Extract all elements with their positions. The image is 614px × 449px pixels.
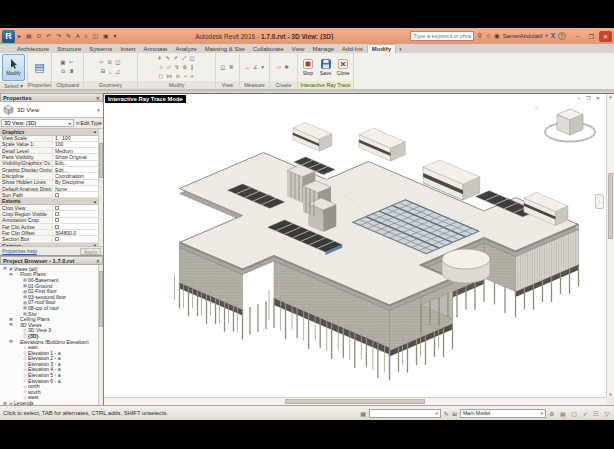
browser-scrollbar[interactable] — [98, 265, 103, 405]
panel-label-modify[interactable]: Modify — [138, 81, 215, 89]
annotation-crop-checkbox[interactable] — [55, 218, 59, 222]
properties-scrollbar[interactable] — [98, 129, 103, 246]
properties-help-link[interactable]: Properties help — [2, 248, 37, 254]
properties-icon[interactable]: ▤ — [34, 61, 44, 73]
prop-value[interactable]: 100 — [53, 142, 98, 147]
modify-tools-icons[interactable]: ✛ ↰ ↱ ⤢ ◰ ⊹ ▱ ↯ ⊗ ∥ ◻ ⋈ ≋ ⌁ ⌖ — [138, 53, 215, 81]
tab-architecture[interactable]: Architecture — [13, 45, 53, 53]
apply-button[interactable]: Apply — [80, 248, 101, 255]
edit-type-button[interactable]: ⊞Edit Type — [76, 120, 102, 126]
panel-label-select[interactable]: Select ▾ — [0, 82, 27, 89]
home-icon[interactable]: ⌂ — [534, 104, 538, 110]
prop-value[interactable]: 304800.0 — [53, 230, 98, 235]
tab-modify[interactable]: Modify — [367, 44, 396, 53]
modify-tool-button[interactable]: Modify — [2, 54, 25, 81]
scrollbar-thumb[interactable] — [285, 399, 426, 404]
panel-label-create[interactable]: Create — [270, 81, 297, 89]
close-ray-trace-button[interactable]: Close — [335, 59, 351, 76]
tab-collaborate[interactable]: Collaborate — [249, 45, 288, 53]
expander-icon[interactable]: ⊟ — [8, 339, 14, 344]
crop-region-visible-checkbox[interactable] — [55, 212, 59, 216]
navigation-bar[interactable]: ◔ — [595, 194, 604, 209]
scroll-up-icon[interactable]: ▲ — [607, 94, 614, 99]
restore-button[interactable]: ❐ — [585, 31, 598, 42]
scrollbar-thumb[interactable] — [608, 173, 613, 240]
panel-label-measure[interactable]: Measure — [240, 81, 269, 89]
scrollbar-thumb[interactable] — [99, 143, 103, 178]
view-window-controls[interactable]: – ❐ ✕ — [578, 95, 602, 101]
create-tools-icons[interactable]: ▱ ✚ — [277, 64, 290, 71]
selector-dropdown-icon[interactable]: ▾ — [69, 121, 71, 126]
prop-value-button[interactable]: Edit... — [53, 161, 98, 166]
prop-value[interactable]: Coordination — [53, 173, 98, 178]
minimize-button[interactable]: – — [571, 31, 584, 42]
sun-path-checkbox[interactable] — [55, 193, 59, 197]
user-dropdown-icon[interactable]: ▾ — [545, 31, 547, 41]
prop-value[interactable]: By Discipline — [53, 180, 98, 185]
drawing-area[interactable]: Interactive Ray Trace Mode – ❐ ✕ ⌂ — [104, 93, 614, 405]
tab-add-ins[interactable]: Add-Ins — [338, 45, 367, 53]
tree-item-legends[interactable]: ⊞▤Legends — [0, 400, 98, 405]
help-icon[interactable]: ? — [558, 32, 566, 40]
user-icon[interactable]: ◉ — [494, 31, 500, 41]
expander-icon[interactable]: ⊞ — [8, 317, 14, 322]
vertical-scrollbar[interactable]: ▲ ▼ — [606, 94, 614, 397]
horizontal-scrollbar[interactable] — [104, 397, 606, 405]
section-box-checkbox[interactable] — [55, 237, 59, 241]
tab-insert[interactable]: Insert — [116, 45, 139, 53]
worksets-icon[interactable]: ▦ — [360, 410, 366, 417]
panel-label-properties[interactable]: Properties — [28, 81, 51, 89]
expander-icon[interactable]: ⊟ — [8, 272, 14, 277]
exchange-apps-icon[interactable]: X — [551, 31, 555, 41]
geometry-tools-icons[interactable]: ✂ ⧉ ◫ ⊟ ⌞ ◿ — [84, 53, 137, 81]
expander-icon[interactable]: ⊟ — [8, 322, 14, 327]
search-icon[interactable]: ⚲ — [477, 31, 482, 41]
3d-building-model[interactable] — [104, 94, 614, 405]
scrollbar-thumb[interactable] — [99, 271, 103, 327]
prop-value[interactable]: Show Original — [53, 154, 98, 159]
tab-systems[interactable]: Systems — [85, 45, 116, 53]
prop-value[interactable]: 1 : 100 — [53, 136, 98, 141]
far-clip-active-checkbox[interactable] — [55, 225, 59, 229]
tab-massing-site[interactable]: Massing & Site — [201, 45, 249, 53]
selection-filter-icons[interactable]: ⚙ ▤ ▢ ✓ ☷ ▽ — [549, 410, 611, 417]
tab-structure[interactable]: Structure — [53, 45, 85, 53]
collapse-icon[interactable]: ▴ — [94, 129, 96, 134]
editing-requests-icon[interactable]: ✎ — [444, 410, 449, 417]
design-option-dropdown[interactable]: Main Model▾ — [460, 409, 546, 418]
panel-label-clipboard[interactable]: Clipboard — [52, 81, 83, 89]
panel-label-geometry[interactable]: Geometry — [84, 81, 137, 89]
prop-value[interactable]: None — [53, 186, 98, 191]
clipboard-tools-icons[interactable]: ▣ ✂ ⧉ ◨ — [52, 53, 83, 81]
workset-dropdown[interactable]: ▾ — [369, 409, 441, 418]
properties-header[interactable]: Properties✕ — [0, 93, 103, 102]
section-camera[interactable]: Camera▾ — [0, 243, 98, 246]
ribbon-state-toggle-icon[interactable]: ▾ — [396, 45, 405, 53]
signed-in-user[interactable]: SamerAbdulatif — [503, 33, 543, 39]
crop-view-checkbox[interactable] — [55, 206, 59, 210]
collapse-icon[interactable]: ▾ — [94, 243, 96, 246]
project-browser-header[interactable]: Project Browser - 1.7.0.rvt✕ — [0, 256, 103, 265]
prop-value-button[interactable]: Edit... — [53, 167, 98, 172]
view-tools-icons[interactable]: ◫ ≣ — [220, 64, 234, 71]
type-selector[interactable]: 3D View ▾ — [0, 102, 103, 118]
properties-close-icon[interactable]: ✕ — [96, 95, 100, 101]
tab-analyze[interactable]: Analyze — [171, 45, 200, 53]
close-button[interactable]: ✕ — [599, 31, 612, 42]
tab-manage[interactable]: Manage — [308, 45, 338, 53]
collapse-icon[interactable]: ▴ — [94, 199, 96, 204]
stop-button[interactable]: Stop — [300, 59, 316, 76]
measure-tools-icons[interactable]: ↔ ∠ ▾ — [244, 64, 265, 71]
search-input[interactable] — [410, 31, 474, 41]
element-selector[interactable]: 3D View: {3D}▾ — [1, 119, 74, 127]
tab-view[interactable]: View — [288, 45, 309, 53]
panel-label-view[interactable]: View — [216, 81, 239, 89]
save-button[interactable]: Save — [318, 59, 334, 76]
project-browser-close-icon[interactable]: ✕ — [96, 258, 100, 264]
panel-label-interactive-ray-trace[interactable]: Interactive Ray Trace — [298, 81, 353, 89]
tab-annotate[interactable]: Annotate — [139, 45, 171, 53]
design-options-icon[interactable]: ⊞ — [452, 410, 457, 417]
favorites-icon[interactable]: ☆ — [485, 31, 491, 41]
revit-logo-icon[interactable]: R — [2, 30, 15, 43]
quick-access-toolbar-icons[interactable]: ▸ ▤ ⊙ ↶ ↷ ✎ A ⌗ ◫ ▣ ▾ — [18, 32, 118, 40]
